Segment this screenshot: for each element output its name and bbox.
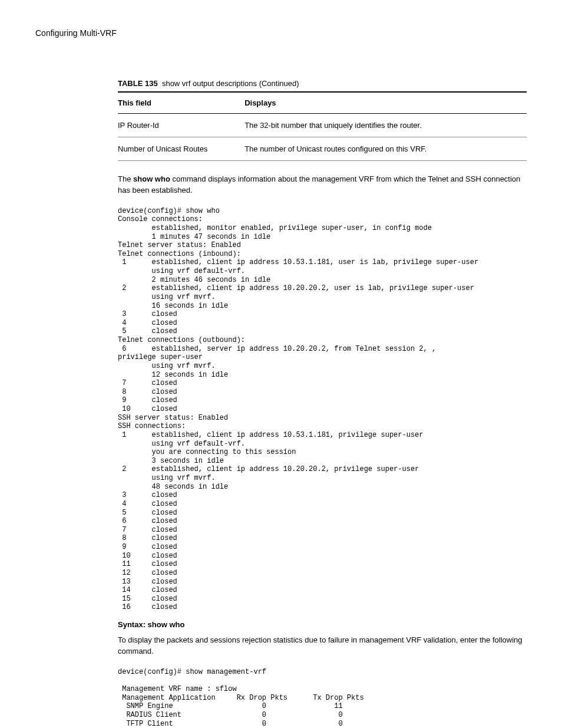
cell-displays: The number of Unicast routes configured …: [244, 137, 527, 161]
syntax-show-who: Syntax: show who: [118, 620, 527, 629]
console-output-show-who: device(config)# show who Console connect…: [118, 207, 527, 612]
table-header-field: This field: [118, 92, 244, 114]
table-header-displays: Displays: [244, 92, 527, 114]
cell-field: IP Router-Id: [118, 114, 244, 137]
output-descriptions-table: This field Displays IP Router-Id The 32-…: [118, 91, 527, 161]
para1-pre: The: [118, 174, 133, 183]
para1-bold: show who: [133, 174, 170, 183]
table-caption-label: TABLE 135: [118, 79, 158, 88]
page-header-title: Configuring Multi-VRF: [35, 28, 527, 38]
paragraph-show-who: The show who command displays informatio…: [118, 174, 527, 196]
cell-displays: The 32-bit number that uniquely identifi…: [244, 114, 527, 137]
cell-field: Number of Unicast Routes: [118, 137, 244, 161]
para1-post: command displays information about the m…: [118, 174, 520, 195]
table-caption: TABLE 135 show vrf output descriptions (…: [118, 79, 527, 88]
table-row: Number of Unicast Routes The number of U…: [118, 137, 527, 161]
table-row: IP Router-Id The 32-bit number that uniq…: [118, 114, 527, 137]
table-caption-text: show vrf output descriptions (Continued): [162, 79, 299, 88]
main-content: TABLE 135 show vrf output descriptions (…: [118, 79, 527, 728]
paragraph-management-vrf: To display the packets and sessions reje…: [118, 635, 527, 657]
console-output-management-vrf: device(config)# show management-vrf Mana…: [118, 668, 527, 728]
